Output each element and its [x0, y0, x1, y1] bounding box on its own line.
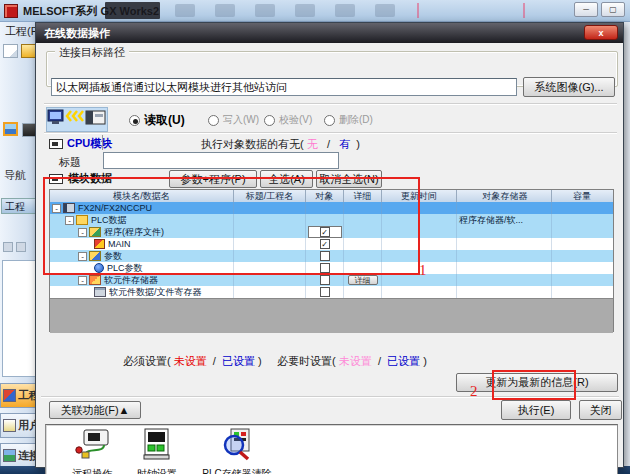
system-image-button[interactable]: 系统图像(G)...: [523, 77, 615, 97]
required-not-set-link[interactable]: 未设置: [174, 355, 207, 367]
divider: [102, 135, 103, 150]
device-memory-icon: [89, 275, 101, 285]
minimize-button[interactable]: ─: [574, 2, 598, 17]
remote-operation-item[interactable]: 远程操作: [66, 428, 118, 474]
module-data-label: 模块数据: [49, 171, 112, 186]
user-library-icon: [3, 419, 16, 432]
optional-not-set-link[interactable]: 未设置: [339, 355, 372, 367]
navigation-pane-label: 导航: [4, 168, 26, 183]
table-row-plc-data[interactable]: - PLC数据 程序存储器/软...: [50, 214, 613, 226]
main-program-icon: [94, 239, 105, 249]
radio-icon: [264, 115, 275, 126]
table-row-program[interactable]: - 程序(程序文件) ✓: [50, 226, 613, 238]
cpu-module-icon: [49, 139, 63, 149]
clock-setting-icon: [141, 428, 173, 462]
ghost-toolbar-block: [105, 2, 160, 19]
related-functions-button[interactable]: 关联功能(F)▲: [49, 401, 141, 419]
folder-icon: [76, 215, 88, 225]
radio-icon: [208, 115, 219, 126]
separator: [44, 132, 617, 134]
tree-collapse-icon[interactable]: -: [78, 228, 87, 237]
plc-parameter-icon: [94, 263, 104, 273]
main-window-titlebar: MELSOFT系列 GX Works2 ─ ▢: [0, 0, 630, 22]
table-row-cpu[interactable]: - FX2N/FX2NCCPU: [50, 202, 613, 214]
dialog-titlebar[interactable]: 在线数据操作 x: [36, 23, 623, 43]
ghost-toolbar-button: [215, 4, 235, 17]
target-checkbox[interactable]: ✓: [320, 227, 330, 237]
refresh-info-button[interactable]: 更新为最新的信息(R): [456, 373, 618, 392]
table-row-device-memory[interactable]: - 软元件存储器 详细: [50, 274, 613, 286]
target-checkbox[interactable]: [320, 275, 330, 285]
ghost-toolbar-button: [295, 4, 315, 17]
target-checkbox[interactable]: [320, 251, 330, 261]
table-row-device-data[interactable]: 软元件数据/文件寄存器: [50, 286, 613, 298]
target-checkbox[interactable]: [320, 287, 330, 297]
connection-path-field[interactable]: [51, 78, 517, 96]
tree-collapse-icon[interactable]: -: [52, 204, 61, 213]
optional-set-link[interactable]: 已设置: [387, 355, 420, 367]
required-set-link[interactable]: 已设置: [222, 355, 255, 367]
online-data-operation-dialog: 在线数据操作 x 连接目标路径 系统图像(G)... 读取(U): [35, 22, 624, 468]
radio-selected-icon: [129, 115, 140, 126]
melsoft-app-icon: [4, 4, 18, 18]
view-toggle-icon[interactable]: [3, 122, 18, 136]
sidebar-item-user[interactable]: 用户: [0, 413, 38, 438]
radio-verify: 校验(V): [264, 113, 312, 127]
select-all-button[interactable]: 全选(A): [260, 170, 313, 188]
parameter-program-button[interactable]: 参数+程序(P): [169, 170, 257, 188]
maximize-button[interactable]: ▢: [601, 2, 625, 17]
parameter-folder-icon: [89, 251, 101, 261]
radio-delete: 删除(D): [324, 113, 373, 127]
open-folder-icon[interactable]: [21, 44, 36, 58]
settings-legend: 必须设置( 未设置 / 已设置 ) 必要时设置( 未设置 / 已设置 ): [123, 354, 427, 369]
ghost-toolbar-button: [375, 4, 395, 17]
tree-collapse-icon[interactable]: -: [65, 216, 74, 225]
ghost-toolbar-button: [175, 4, 195, 17]
table-empty-area: [50, 298, 613, 333]
title-field[interactable]: [103, 152, 339, 169]
cpu-icon: [63, 203, 75, 213]
table-row-parameter[interactable]: - 参数: [50, 250, 613, 262]
tree-collapse-icon[interactable]: -: [78, 252, 87, 261]
sidebar-item-project[interactable]: 工程: [0, 383, 38, 408]
plc-memory-clear-item[interactable]: PLC存储器清除: [194, 428, 280, 474]
execute-button[interactable]: 执行(E): [501, 400, 571, 420]
detail-button[interactable]: 详细: [348, 275, 378, 285]
menu-project[interactable]: 工程(P: [5, 24, 38, 39]
new-file-icon[interactable]: [3, 44, 18, 58]
project-tree-pane[interactable]: [2, 260, 38, 377]
radio-read[interactable]: 读取(U): [129, 112, 185, 129]
sidebar-item-connect[interactable]: 连接: [0, 443, 38, 468]
tree-collapse-icon[interactable]: -: [78, 276, 87, 285]
target-memory-cell: 程序存储器/软...: [457, 214, 552, 226]
title-label: 标题: [59, 155, 81, 170]
exist-link[interactable]: 有: [339, 138, 350, 150]
main-window-left-panel: 工程(P 导航 工程 工程 用户 连接: [0, 22, 38, 467]
pc-to-plc-graphic-icon: [46, 107, 108, 132]
ghost-separator: [523, 3, 525, 18]
radio-icon: [324, 115, 335, 126]
none-link[interactable]: 无: [307, 138, 318, 150]
close-button[interactable]: 关闭: [579, 400, 622, 420]
target-data-exist-label: 执行对象数据的有无( 无 / 有 ): [201, 137, 360, 152]
project-icon: [3, 389, 16, 402]
ghost-separator: [417, 3, 419, 18]
device-data-icon: [94, 287, 106, 297]
project-pane-header: 工程: [1, 198, 38, 214]
module-data-table: 模块名/数据名 标题/工程名 对象 详细 更新时间 对象存储器 容量 - FX2…: [49, 189, 614, 332]
pane-tool-icon[interactable]: [3, 242, 13, 252]
clock-setting-item[interactable]: 时钟设置: [131, 428, 183, 474]
table-row-main[interactable]: MAIN ✓: [50, 238, 613, 250]
module-data-icon: [49, 174, 63, 184]
program-folder-icon: [89, 227, 101, 237]
target-checkbox[interactable]: ✓: [320, 239, 330, 249]
target-checkbox[interactable]: [320, 263, 330, 273]
dialog-close-button[interactable]: x: [584, 25, 618, 40]
separator: [44, 103, 617, 105]
dialog-title: 在线数据操作: [44, 27, 110, 39]
deselect-all-button[interactable]: 取消全选(N): [316, 170, 382, 188]
table-header-row: 模块名/数据名 标题/工程名 对象 详细 更新时间 对象存储器 容量: [50, 190, 613, 202]
pane-tool-icon[interactable]: [16, 242, 26, 252]
related-functions-panel: 远程操作 时钟设置: [45, 424, 618, 474]
table-row-plc-parameter[interactable]: PLC参数: [50, 262, 613, 274]
